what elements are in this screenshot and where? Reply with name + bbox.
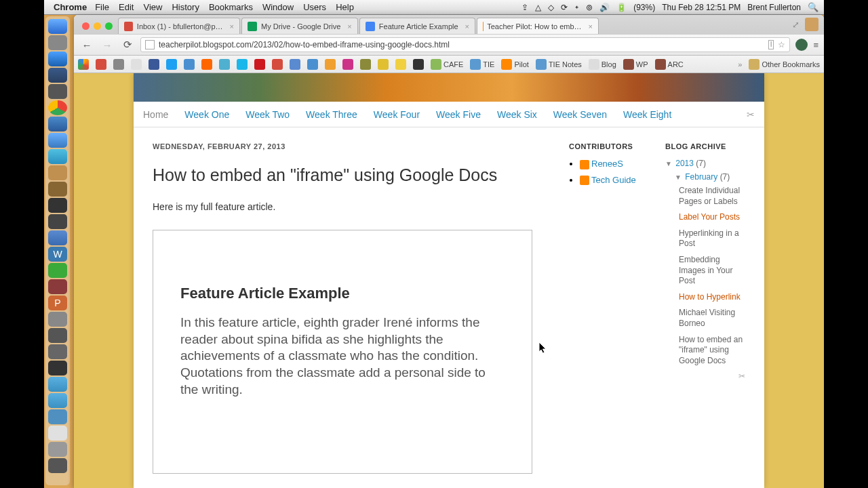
- wrench-icon[interactable]: ✂: [747, 109, 755, 120]
- volume-icon[interactable]: 🔊: [599, 3, 610, 12]
- bm-icon[interactable]: [360, 59, 371, 70]
- page-viewport[interactable]: Home Week One Week Two Week Three Week F…: [74, 73, 824, 488]
- nav-week2[interactable]: Week Two: [245, 109, 290, 120]
- facebook-bm-icon[interactable]: [149, 59, 159, 70]
- bookmark-blog[interactable]: Blog: [589, 59, 616, 70]
- dock-itunes[interactable]: [48, 149, 67, 164]
- extension-icon[interactable]: [795, 39, 808, 51]
- clock[interactable]: Thu Feb 28 12:51 PM: [662, 3, 741, 12]
- close-tab-icon[interactable]: ×: [465, 22, 469, 30]
- tab-drive[interactable]: My Drive - Google Drive×: [241, 18, 358, 34]
- zoom-window[interactable]: [105, 22, 113, 30]
- archive-post-link[interactable]: How to Hyperlink: [679, 292, 745, 303]
- youtube-bm-icon[interactable]: [254, 59, 265, 70]
- dock-imovie[interactable]: [48, 182, 67, 197]
- gmail-bm-icon[interactable]: [96, 59, 106, 70]
- dock-app4[interactable]: [48, 214, 67, 229]
- tab-blogger[interactable]: Teacher Pilot: How to emb…×: [477, 18, 599, 34]
- nav-week4[interactable]: Week Four: [374, 109, 420, 120]
- menuextra-icon[interactable]: ⇪: [521, 3, 528, 12]
- nav-home[interactable]: Home: [143, 109, 168, 120]
- menu-window[interactable]: Window: [262, 2, 294, 12]
- bookmark-arc[interactable]: ARC: [655, 59, 684, 70]
- nav-week5[interactable]: Week Five: [436, 109, 481, 120]
- bm-icon[interactable]: [413, 59, 424, 70]
- wrench-icon[interactable]: ✂: [665, 371, 745, 381]
- close-tab-icon[interactable]: ×: [230, 22, 234, 30]
- bookmark-pilot[interactable]: Pilot: [501, 59, 528, 70]
- dock-finder[interactable]: [48, 19, 67, 34]
- menu-history[interactable]: History: [172, 2, 199, 12]
- archive-post-link[interactable]: Michael Visiting Borneo: [679, 308, 745, 329]
- battery-icon[interactable]: 🔋: [616, 3, 627, 12]
- dock-downloads[interactable]: [48, 442, 67, 457]
- reload-button[interactable]: ⟳: [120, 39, 135, 51]
- twitter-bm-icon[interactable]: [166, 59, 177, 70]
- archive-month[interactable]: February: [685, 172, 717, 182]
- dock-earth[interactable]: [48, 117, 67, 131]
- dock-trash[interactable]: [48, 458, 67, 473]
- dock-appstore[interactable]: [48, 133, 67, 148]
- menu-help[interactable]: Help: [336, 2, 354, 12]
- dock-app3[interactable]: [48, 198, 67, 213]
- nav-week8[interactable]: Week Eight: [623, 109, 671, 120]
- dock-iphoto[interactable]: [48, 165, 67, 180]
- tab-docs[interactable]: Feature Article Example×: [359, 18, 475, 34]
- dock-ppt[interactable]: P: [48, 296, 67, 310]
- bm-icon[interactable]: [342, 59, 353, 70]
- dock-app10[interactable]: [48, 393, 67, 408]
- dock-safari[interactable]: [48, 35, 67, 50]
- menu-bookmarks[interactable]: Bookmarks: [209, 2, 253, 12]
- vimeo-bm-icon[interactable]: [237, 59, 248, 70]
- dock-app9[interactable]: [48, 377, 67, 392]
- collapse-icon[interactable]: ▼: [675, 174, 682, 181]
- dock-app5[interactable]: [48, 230, 67, 245]
- archive-post-link[interactable]: Hyperlinking in a Post: [679, 228, 745, 249]
- menu-file[interactable]: File: [95, 2, 109, 12]
- bluetooth-icon[interactable]: ᛭: [574, 3, 579, 12]
- bm-icon[interactable]: [307, 59, 318, 70]
- bookmark-cafe[interactable]: CAFE: [431, 59, 463, 70]
- nav-week3[interactable]: Week Three: [306, 109, 357, 120]
- resize-icon[interactable]: ⤢: [792, 20, 800, 30]
- blogger-bm-icon[interactable]: [201, 59, 212, 70]
- dock-word[interactable]: W: [48, 247, 67, 262]
- ext-icon[interactable]: I: [768, 40, 774, 49]
- bookmarks-overflow-icon[interactable]: »: [738, 60, 742, 68]
- nav-week1[interactable]: Week One: [184, 109, 229, 120]
- close-tab-icon[interactable]: ×: [347, 22, 351, 30]
- app-name[interactable]: Chrome: [54, 2, 87, 12]
- embedded-iframe[interactable]: Feature Article Example In this feature …: [153, 230, 532, 474]
- other-bookmarks[interactable]: Other Bookmarks: [749, 59, 820, 70]
- nav-week6[interactable]: Week Six: [497, 109, 537, 120]
- collapse-icon[interactable]: ▼: [665, 160, 672, 167]
- archive-post-link[interactable]: Create Individual Pages or Labels: [679, 186, 745, 207]
- dock-mail[interactable]: [48, 52, 67, 66]
- menu-view[interactable]: View: [143, 2, 162, 12]
- close-tab-icon[interactable]: ×: [589, 22, 593, 30]
- spotlight-icon[interactable]: 🔍: [808, 2, 818, 12]
- address-bar[interactable]: teacherpilot.blogspot.com/2013/02/how-to…: [140, 37, 790, 52]
- dock-app6[interactable]: [48, 279, 67, 294]
- forward-button[interactable]: →: [100, 39, 115, 51]
- bm-icon[interactable]: [290, 59, 300, 70]
- bm-icon[interactable]: [219, 59, 230, 70]
- dock-app11[interactable]: [48, 409, 67, 424]
- gdrive-bm-icon[interactable]: [78, 59, 89, 70]
- bm-icon[interactable]: [378, 59, 389, 70]
- dock-app7[interactable]: [48, 328, 67, 343]
- bm-icon[interactable]: [131, 59, 142, 70]
- dock-chrome[interactable]: [48, 100, 67, 115]
- close-window[interactable]: [82, 22, 90, 30]
- dock-app[interactable]: [48, 68, 67, 83]
- dock-prefs[interactable]: [48, 312, 67, 327]
- dropbox-icon[interactable]: ◇: [548, 3, 554, 12]
- archive-post-link[interactable]: How to embed an "iframe" using Google Do…: [679, 335, 745, 367]
- nav-week7[interactable]: Week Seven: [553, 109, 607, 120]
- dock-excel[interactable]: [48, 263, 67, 278]
- username[interactable]: Brent Fullerton: [747, 3, 801, 12]
- bookmark-tie[interactable]: TIE: [470, 59, 494, 70]
- minimize-window[interactable]: [94, 22, 101, 30]
- dock-app8[interactable]: [48, 344, 67, 359]
- bm-icon[interactable]: [184, 59, 195, 70]
